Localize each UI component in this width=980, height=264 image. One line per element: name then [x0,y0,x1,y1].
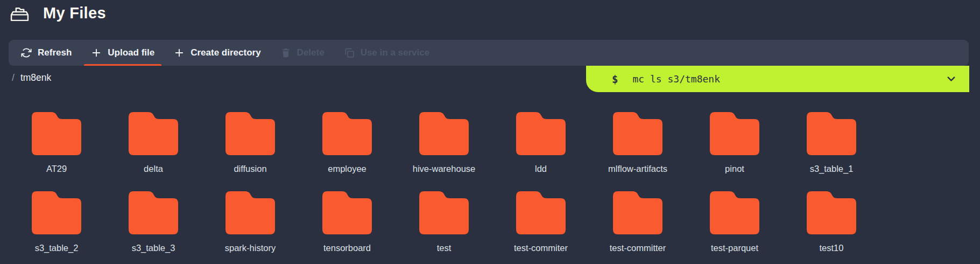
folder-item-test[interactable]: test [396,191,492,264]
folder-icon [710,191,759,234]
toolbar-button-label: Upload file [108,47,154,58]
folder-item-ldd[interactable]: ldd [492,112,589,191]
copy-icon [344,47,355,58]
folder-label: hive-warehouse [413,163,475,174]
folder-grid: AT29 delta diffusion [8,112,880,264]
folder-icon [322,191,372,234]
toolbar-button-label: Delete [297,47,325,58]
command-bar[interactable]: $ mc ls s3/tm8enk [586,66,969,92]
folder-label: pinot [725,163,744,174]
my-files-page: { "header": { "title": "My Files" }, "to… [0,0,980,264]
refresh-icon [21,47,32,58]
folder-item-mlflow-artifacts[interactable]: mlflow-artifacts [589,112,686,191]
folder-label: AT29 [46,163,67,174]
folder-label: spark-history [225,242,276,253]
command-prompt: $ [612,73,618,85]
folder-label: test-parquet [711,242,758,253]
folder-item-delta[interactable]: delta [105,112,202,191]
breadcrumb: / tm8enk [12,72,51,84]
folder-label: test-commiter [514,242,568,253]
toolbar-button-use-in-a-service[interactable]: Use in a service [337,40,437,66]
folder-item-s3-table-1[interactable]: s3_table_1 [783,112,880,191]
folder-label: mlflow-artifacts [608,163,667,174]
folder-icon [516,112,566,155]
folder-icon [225,112,275,155]
folder-label: s3_table_1 [810,163,854,174]
folder-label: delta [144,163,163,174]
folder-icon [710,112,759,155]
folder-icon [613,112,662,155]
chevron-down-icon[interactable] [945,73,957,85]
toolbar: Refresh Upload file Create directory Del… [9,40,969,66]
toolbar-button-label: Use in a service [361,47,430,58]
folder-icon [129,112,178,155]
folder-icon [32,112,81,155]
folder-label: ldd [535,163,547,174]
my-files-icon [10,4,30,22]
toolbar-button-label: Create directory [191,47,260,58]
folder-item-test-parquet[interactable]: test-parquet [686,191,783,264]
toolbar-button-upload-file[interactable]: Upload file [84,40,161,66]
command-text: mc ls s3/tm8enk [632,73,720,85]
page-header: My Files [10,4,106,22]
folder-icon [807,191,856,234]
folder-icon [419,112,469,155]
folder-item-hive-warehouse[interactable]: hive-warehouse [396,112,492,191]
folder-item-s3-table-3[interactable]: s3_table_3 [105,191,202,264]
plus-icon [91,47,102,58]
plus-icon [174,47,185,58]
page-title: My Files [43,4,106,22]
folder-icon [322,112,372,155]
folder-label: tensorboard [323,242,371,253]
toolbar-button-refresh[interactable]: Refresh [14,40,79,66]
folder-item-diffusion[interactable]: diffusion [202,112,299,191]
folder-label: test10 [820,242,844,253]
folder-icon [225,191,275,234]
folder-label: test-committer [610,242,666,253]
folder-item-pinot[interactable]: pinot [686,112,783,191]
toolbar-button-create-directory[interactable]: Create directory [167,40,267,66]
folder-icon [419,191,469,234]
folder-icon [32,191,81,234]
toolbar-button-label: Refresh [38,47,72,58]
folder-item-spark-history[interactable]: spark-history [202,191,299,264]
folder-label: test [437,242,452,253]
folder-icon [516,191,566,234]
trash-icon [280,47,291,58]
folder-icon [807,112,856,155]
folder-label: diffusion [234,163,266,174]
folder-label: s3_table_2 [35,242,79,253]
folder-item-s3-table-2[interactable]: s3_table_2 [8,191,105,264]
toolbar-button-delete[interactable]: Delete [273,40,332,66]
folder-item-employee[interactable]: employee [299,112,396,191]
folder-label: employee [328,163,366,174]
folder-icon [613,191,662,234]
breadcrumb-bucket[interactable]: tm8enk [20,72,51,84]
folder-icon [129,191,178,234]
folder-item-test10[interactable]: test10 [783,191,880,264]
folder-label: s3_table_3 [132,242,175,253]
folder-item-test-commiter[interactable]: test-commiter [492,191,589,264]
folder-item-at29[interactable]: AT29 [8,112,105,191]
folder-item-test-committer[interactable]: test-committer [589,191,686,264]
breadcrumb-separator: / [12,72,15,84]
folder-item-tensorboard[interactable]: tensorboard [299,191,396,264]
